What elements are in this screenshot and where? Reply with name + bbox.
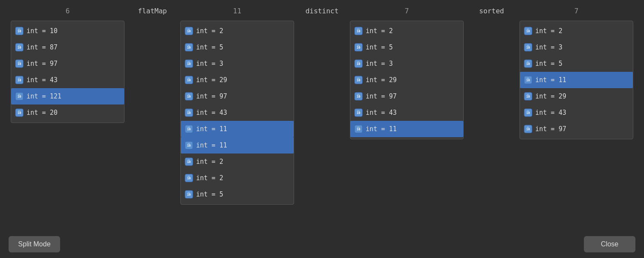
svg-text:01: 01	[188, 110, 190, 112]
list-item[interactable]: 10 01 int = 2	[350, 23, 464, 39]
svg-text:01: 01	[188, 126, 190, 129]
int-type-icon: 10 01	[15, 26, 24, 36]
list-item[interactable]: 10 01 int = 5	[181, 186, 294, 203]
int-type-icon: 10 01	[184, 26, 194, 36]
list-item[interactable]: 10 01 int = 121	[11, 88, 125, 104]
svg-text:01: 01	[357, 44, 360, 47]
list-item[interactable]: 10 01 int = 29	[520, 88, 633, 104]
svg-text:01: 01	[527, 110, 529, 112]
column-op-op3: sorted	[470, 4, 513, 230]
int-type-icon: 10 01	[523, 43, 533, 52]
list-item[interactable]: 10 01 int = 29	[181, 72, 294, 88]
split-mode-button[interactable]: Split Mode	[9, 236, 60, 252]
list-item[interactable]: 10 01 int = 87	[11, 39, 125, 55]
svg-text:01: 01	[527, 77, 529, 80]
close-button[interactable]: Close	[584, 236, 635, 252]
int-type-icon: 10 01	[184, 124, 194, 134]
svg-text:01: 01	[18, 93, 21, 96]
op-header-op2: distinct	[305, 4, 338, 17]
list-item[interactable]: 10 01 int = 3	[520, 39, 633, 55]
svg-text:01: 01	[18, 110, 21, 112]
list-item[interactable]: 10 01 int = 43	[11, 72, 125, 88]
item-value: int = 11	[196, 141, 227, 149]
list-item[interactable]: 10 01 int = 43	[520, 104, 633, 121]
int-type-icon: 10 01	[354, 108, 363, 117]
column-header-col1: 6	[66, 4, 70, 17]
list-item[interactable]: 10 01 int = 97	[11, 55, 125, 72]
int-type-icon: 10 01	[184, 108, 194, 117]
int-type-icon: 10 01	[354, 59, 363, 68]
column-header-col4: 7	[574, 4, 579, 17]
svg-text:01: 01	[357, 126, 360, 129]
int-type-icon: 10 01	[184, 43, 194, 52]
svg-text:01: 01	[18, 44, 21, 47]
item-value: int = 5	[366, 43, 393, 51]
item-value: int = 5	[196, 190, 223, 198]
list-item[interactable]: 10 01 int = 20	[11, 104, 125, 121]
int-type-icon: 10 01	[184, 75, 194, 85]
list-item[interactable]: 10 01 int = 43	[181, 104, 294, 121]
list-item[interactable]: 10 01 int = 10	[11, 23, 125, 39]
svg-text:01: 01	[188, 159, 190, 161]
int-type-icon: 10 01	[184, 92, 194, 101]
svg-text:01: 01	[188, 44, 190, 47]
item-value: int = 5	[535, 60, 562, 68]
item-value: int = 97	[366, 92, 397, 100]
svg-text:01: 01	[357, 110, 360, 112]
list-item[interactable]: 10 01 int = 2	[520, 23, 633, 39]
item-value: int = 3	[366, 60, 393, 68]
column-col3: 7 10 01 int = 2 10 01 int = 5 10 01 int …	[343, 4, 470, 230]
svg-text:01: 01	[527, 44, 529, 47]
svg-text:01: 01	[188, 142, 190, 145]
item-value: int = 2	[196, 27, 223, 35]
list-item[interactable]: 10 01 int = 5	[350, 39, 464, 55]
item-value: int = 43	[27, 76, 58, 84]
list-item[interactable]: 10 01 int = 97	[520, 121, 633, 137]
list-item[interactable]: 10 01 int = 2	[181, 170, 294, 186]
svg-text:01: 01	[188, 191, 190, 194]
item-value: int = 43	[535, 109, 566, 117]
svg-text:01: 01	[527, 126, 529, 129]
list-item[interactable]: 10 01 int = 3	[181, 55, 294, 72]
item-value: int = 11	[196, 125, 227, 133]
item-value: int = 87	[27, 43, 58, 51]
list-item[interactable]: 10 01 int = 97	[181, 88, 294, 104]
column-header-col2: 11	[233, 4, 241, 17]
item-value: int = 20	[27, 109, 58, 117]
list-item[interactable]: 10 01 int = 11	[181, 121, 294, 137]
list-item[interactable]: 10 01 int = 3	[350, 55, 464, 72]
int-type-icon: 10 01	[184, 157, 194, 166]
int-type-icon: 10 01	[15, 92, 24, 101]
int-type-icon: 10 01	[184, 173, 194, 183]
int-type-icon: 10 01	[184, 59, 194, 68]
list-item[interactable]: 10 01 int = 11	[350, 121, 464, 137]
list-item[interactable]: 10 01 int = 11	[181, 137, 294, 154]
item-value: int = 43	[366, 109, 397, 117]
items-box-col1: 10 01 int = 10 10 01 int = 87 10 01 int …	[11, 21, 125, 123]
item-value: int = 29	[366, 76, 397, 84]
int-type-icon: 10 01	[523, 108, 533, 117]
list-item[interactable]: 10 01 int = 5	[181, 39, 294, 55]
int-type-icon: 10 01	[523, 75, 533, 85]
list-item[interactable]: 10 01 int = 97	[350, 88, 464, 104]
item-value: int = 2	[196, 174, 223, 182]
list-item[interactable]: 10 01 int = 29	[350, 72, 464, 88]
int-type-icon: 10 01	[354, 92, 363, 101]
item-value: int = 29	[535, 92, 566, 100]
list-item[interactable]: 10 01 int = 2	[181, 23, 294, 39]
op-header-op3: sorted	[479, 4, 504, 17]
int-type-icon: 10 01	[15, 43, 24, 52]
item-value: int = 11	[535, 76, 566, 84]
int-type-icon: 10 01	[354, 75, 363, 85]
list-item[interactable]: 10 01 int = 43	[350, 104, 464, 121]
list-item[interactable]: 10 01 int = 11	[520, 72, 633, 88]
list-item[interactable]: 10 01 int = 5	[520, 55, 633, 72]
list-item[interactable]: 10 01 int = 2	[181, 154, 294, 170]
int-type-icon: 10 01	[354, 26, 363, 36]
column-col2: 11 10 01 int = 2 10 01 int = 5 10 01 int…	[174, 4, 301, 230]
svg-text:01: 01	[18, 77, 21, 80]
item-value: int = 97	[196, 92, 227, 100]
column-col1: 6 10 01 int = 10 10 01 int = 87 10 01 in…	[4, 4, 131, 230]
item-value: int = 2	[196, 158, 223, 166]
column-op-op2: distinct	[301, 4, 343, 230]
